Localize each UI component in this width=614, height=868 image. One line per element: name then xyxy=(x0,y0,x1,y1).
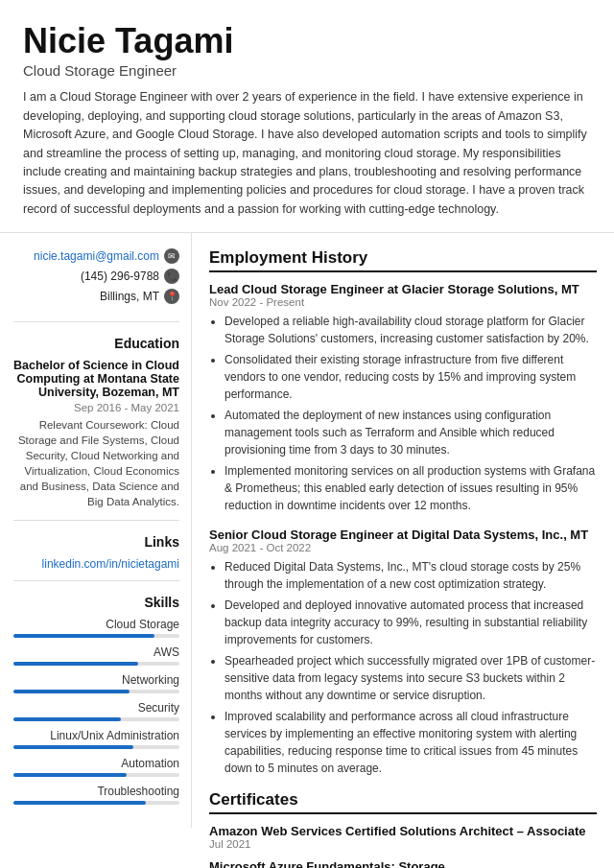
skill-item: Security xyxy=(13,701,179,721)
candidate-title: Cloud Storage Engineer xyxy=(23,62,591,79)
cert-block: Microsoft Azure Fundamentals: Storage Ap… xyxy=(209,859,597,868)
skill-bar-bg xyxy=(13,801,179,805)
resume-container: Nicie Tagami Cloud Storage Engineer I am… xyxy=(0,0,614,868)
skill-item: Automation xyxy=(13,757,179,777)
skill-name: AWS xyxy=(13,645,179,659)
job-block: Lead Cloud Storage Engineer at Glacier S… xyxy=(209,282,597,514)
phone-icon: 📞 xyxy=(164,269,179,284)
skill-bar-fill xyxy=(13,634,154,638)
header-section: Nicie Tagami Cloud Storage Engineer I am… xyxy=(0,0,614,233)
skill-bar-fill xyxy=(13,690,130,693)
linkedin-link[interactable]: linkedin.com/in/nicietagami xyxy=(42,557,179,571)
sidebar: nicie.tagami@gmail.com ✉ (145) 296-9788 … xyxy=(0,233,192,828)
email-row: nicie.tagami@gmail.com ✉ xyxy=(13,248,179,264)
skill-name: Automation xyxy=(13,757,179,770)
location-icon: 📍 xyxy=(164,289,179,304)
bullet-item: Automated the deployment of new instance… xyxy=(224,407,597,458)
certificates-section-title: Certificates xyxy=(209,790,597,814)
skill-bar-bg xyxy=(13,690,179,693)
certs-container: Amazon Web Services Certified Solutions … xyxy=(209,824,597,868)
bullet-item: Spearheaded project which successfully m… xyxy=(224,652,597,704)
bullet-item: Developed a reliable high-availability c… xyxy=(224,313,597,347)
education-coursework: Relevant Coursework: Cloud Storage and F… xyxy=(13,417,179,510)
job-title: Senior Cloud Storage Engineer at Digital… xyxy=(209,528,597,542)
phone-row: (145) 296-9788 📞 xyxy=(13,269,179,284)
main-content: Employment History Lead Cloud Storage En… xyxy=(192,233,614,868)
skill-name: Troubleshooting xyxy=(13,785,179,798)
skill-name: Networking xyxy=(13,673,179,687)
phone-text: (145) 296-9788 xyxy=(81,270,159,283)
candidate-summary: I am a Cloud Storage Engineer with over … xyxy=(23,88,591,219)
job-bullets: Reduced Digital Data Systems, Inc., MT's… xyxy=(209,558,597,777)
skills-block: Cloud Storage AWS Networking Security Li… xyxy=(13,618,179,805)
bullet-item: Reduced Digital Data Systems, Inc., MT's… xyxy=(224,558,597,593)
email-link[interactable]: nicie.tagami@gmail.com xyxy=(34,249,159,263)
divider-2 xyxy=(13,520,179,521)
skill-name: Cloud Storage xyxy=(13,618,179,631)
location-text: Billings, MT xyxy=(100,290,159,303)
education-dates: Sep 2016 - May 2021 xyxy=(13,402,179,413)
job-title: Lead Cloud Storage Engineer at Glacier S… xyxy=(209,282,597,296)
body-columns: nicie.tagami@gmail.com ✉ (145) 296-9788 … xyxy=(0,233,614,868)
skill-bar-bg xyxy=(13,745,179,749)
skill-bar-fill xyxy=(13,717,121,721)
skill-item: Networking xyxy=(13,673,179,693)
jobs-container: Lead Cloud Storage Engineer at Glacier S… xyxy=(209,282,597,777)
skill-name: Security xyxy=(13,701,179,715)
links-section-title: Links xyxy=(13,534,179,550)
skill-bar-bg xyxy=(13,773,179,777)
education-degree: Bachelor of Science in Cloud Computing a… xyxy=(13,359,179,399)
bullet-item: Consolidated their existing storage infr… xyxy=(224,351,597,403)
skill-bar-fill xyxy=(13,745,133,749)
employment-section-title: Employment History xyxy=(209,248,597,272)
skill-bar-fill xyxy=(13,773,127,777)
job-date: Nov 2022 - Present xyxy=(209,296,597,308)
cert-date: Jul 2021 xyxy=(209,838,597,850)
skill-bar-fill xyxy=(13,801,146,805)
skills-section-title: Skills xyxy=(13,595,179,610)
skill-item: Linux/Unix Administration xyxy=(13,729,179,749)
job-block: Senior Cloud Storage Engineer at Digital… xyxy=(209,528,597,777)
job-bullets: Developed a reliable high-availability c… xyxy=(209,313,597,514)
skill-bar-fill xyxy=(13,662,138,666)
skill-bar-bg xyxy=(13,717,179,721)
education-block: Bachelor of Science in Cloud Computing a… xyxy=(13,359,179,510)
skill-bar-bg xyxy=(13,634,179,638)
divider-3 xyxy=(13,580,179,581)
skill-name: Linux/Unix Administration xyxy=(13,729,179,742)
cert-block: Amazon Web Services Certified Solutions … xyxy=(209,824,597,850)
skill-item: Cloud Storage xyxy=(13,618,179,638)
links-block: linkedin.com/in/nicietagami xyxy=(13,557,179,571)
job-date: Aug 2021 - Oct 2022 xyxy=(209,542,597,553)
divider-1 xyxy=(13,321,179,322)
bullet-item: Improved scalability and performance acr… xyxy=(224,708,597,777)
skill-item: Troubleshooting xyxy=(13,785,179,805)
skill-item: AWS xyxy=(13,645,179,666)
candidate-name: Nicie Tagami xyxy=(23,21,591,60)
cert-name: Microsoft Azure Fundamentals: Storage xyxy=(209,859,597,868)
contact-section: nicie.tagami@gmail.com ✉ (145) 296-9788 … xyxy=(13,248,179,304)
email-icon: ✉ xyxy=(164,248,179,264)
skill-bar-bg xyxy=(13,662,179,666)
education-section-title: Education xyxy=(13,336,179,351)
location-row: Billings, MT 📍 xyxy=(13,289,179,304)
cert-name: Amazon Web Services Certified Solutions … xyxy=(209,824,597,838)
bullet-item: Implemented monitoring services on all p… xyxy=(224,462,597,514)
bullet-item: Developed and deployed innovative automa… xyxy=(224,597,597,648)
